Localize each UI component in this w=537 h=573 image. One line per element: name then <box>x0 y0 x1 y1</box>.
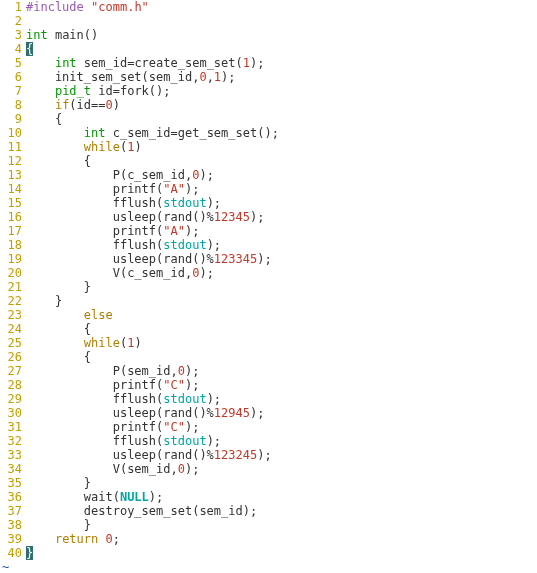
line-number: 3 <box>0 28 26 42</box>
code-editor[interactable]: 1#include "comm.h"23int main()4{5 int se… <box>0 0 537 560</box>
token: ); <box>207 238 221 252</box>
code-line[interactable]: 2 <box>0 14 537 28</box>
code-line[interactable]: 6 init_sem_set(sem_id,0,1); <box>0 70 537 84</box>
line-content[interactable]: { <box>26 350 537 364</box>
code-line[interactable]: 31 printf("C"); <box>0 420 537 434</box>
line-content[interactable]: } <box>26 546 537 560</box>
code-line[interactable]: 5 int sem_id=create_sem_set(1); <box>0 56 537 70</box>
line-content[interactable]: printf("A"); <box>26 182 537 196</box>
code-line[interactable]: 7 pid_t id=fork(); <box>0 84 537 98</box>
code-line[interactable]: 13 P(c_sem_id,0); <box>0 168 537 182</box>
line-content[interactable]: fflush(stdout); <box>26 238 537 252</box>
token: , <box>207 70 214 84</box>
line-number: 1 <box>0 0 26 14</box>
code-line[interactable]: 16 usleep(rand()%12345); <box>0 210 537 224</box>
line-content[interactable]: pid_t id=fork(); <box>26 84 537 98</box>
line-content[interactable]: while(1) <box>26 140 537 154</box>
code-line[interactable]: 23 else <box>0 308 537 322</box>
line-content[interactable]: #include "comm.h" <box>26 0 537 14</box>
code-line[interactable]: 14 printf("A"); <box>0 182 537 196</box>
token: V(sem_id, <box>26 462 178 476</box>
code-line[interactable]: 37 destroy_sem_set(sem_id); <box>0 504 537 518</box>
line-content[interactable]: int c_sem_id=get_sem_set(); <box>26 126 537 140</box>
code-line[interactable]: 15 fflush(stdout); <box>0 196 537 210</box>
token: "comm.h" <box>91 0 149 14</box>
line-content[interactable]: return 0; <box>26 532 537 546</box>
line-content[interactable]: printf("C"); <box>26 420 537 434</box>
line-content[interactable]: V(sem_id,0); <box>26 462 537 476</box>
line-content[interactable]: init_sem_set(sem_id,0,1); <box>26 70 537 84</box>
line-content[interactable]: printf("C"); <box>26 378 537 392</box>
line-content[interactable]: P(c_sem_id,0); <box>26 168 537 182</box>
code-line[interactable]: 8 if(id==0) <box>0 98 537 112</box>
code-line[interactable]: 24 { <box>0 322 537 336</box>
line-content[interactable]: { <box>26 154 537 168</box>
line-content[interactable]: if(id==0) <box>26 98 537 112</box>
token: ); <box>149 490 163 504</box>
code-line[interactable]: 1#include "comm.h" <box>0 0 537 14</box>
code-line[interactable]: 30 usleep(rand()%12945); <box>0 406 537 420</box>
token: ); <box>221 70 235 84</box>
code-line[interactable]: 22 } <box>0 294 537 308</box>
token: ); <box>207 434 221 448</box>
token: printf( <box>26 182 163 196</box>
code-line[interactable]: 39 return 0; <box>0 532 537 546</box>
code-line[interactable]: 33 usleep(rand()%123245); <box>0 448 537 462</box>
code-line[interactable]: 10 int c_sem_id=get_sem_set(); <box>0 126 537 140</box>
code-line[interactable]: 26 { <box>0 350 537 364</box>
line-content[interactable]: while(1) <box>26 336 537 350</box>
line-content[interactable]: { <box>26 42 537 56</box>
code-line[interactable]: 19 usleep(rand()%123345); <box>0 252 537 266</box>
token <box>98 532 105 546</box>
code-line[interactable]: 4{ <box>0 42 537 56</box>
code-line[interactable]: 27 P(sem_id,0); <box>0 364 537 378</box>
line-content[interactable]: int sem_id=create_sem_set(1); <box>26 56 537 70</box>
line-content[interactable]: int main() <box>26 28 537 42</box>
line-content[interactable]: usleep(rand()%12945); <box>26 406 537 420</box>
line-number: 13 <box>0 168 26 182</box>
line-content[interactable]: P(sem_id,0); <box>26 364 537 378</box>
token: stdout <box>163 196 206 210</box>
code-line[interactable]: 38 } <box>0 518 537 532</box>
code-line[interactable]: 40} <box>0 546 537 560</box>
token: int <box>26 28 48 42</box>
code-line[interactable]: 29 fflush(stdout); <box>0 392 537 406</box>
code-line[interactable]: 12 { <box>0 154 537 168</box>
line-content[interactable]: } <box>26 518 537 532</box>
token: stdout <box>163 434 206 448</box>
line-content[interactable]: } <box>26 294 537 308</box>
line-content[interactable]: usleep(rand()%123345); <box>26 252 537 266</box>
line-content[interactable]: fflush(stdout); <box>26 196 537 210</box>
line-content[interactable]: destroy_sem_set(sem_id); <box>26 504 537 518</box>
line-number: 26 <box>0 350 26 364</box>
line-content[interactable]: } <box>26 280 537 294</box>
line-content[interactable]: V(c_sem_id,0); <box>26 266 537 280</box>
line-content[interactable] <box>26 14 537 28</box>
code-line[interactable]: 28 printf("C"); <box>0 378 537 392</box>
line-content[interactable]: fflush(stdout); <box>26 434 537 448</box>
code-line[interactable]: 18 fflush(stdout); <box>0 238 537 252</box>
line-content[interactable]: else <box>26 308 537 322</box>
code-line[interactable]: 9 { <box>0 112 537 126</box>
code-line[interactable]: 21 } <box>0 280 537 294</box>
token: { <box>26 350 91 364</box>
code-line[interactable]: 32 fflush(stdout); <box>0 434 537 448</box>
code-line[interactable]: 25 while(1) <box>0 336 537 350</box>
code-line[interactable]: 17 printf("A"); <box>0 224 537 238</box>
line-content[interactable]: usleep(rand()%123245); <box>26 448 537 462</box>
token: ) <box>134 140 141 154</box>
line-content[interactable]: { <box>26 112 537 126</box>
code-line[interactable]: 3int main() <box>0 28 537 42</box>
line-content[interactable]: } <box>26 476 537 490</box>
line-content[interactable]: fflush(stdout); <box>26 392 537 406</box>
line-content[interactable]: { <box>26 322 537 336</box>
code-line[interactable]: 20 V(c_sem_id,0); <box>0 266 537 280</box>
line-content[interactable]: printf("A"); <box>26 224 537 238</box>
code-line[interactable]: 34 V(sem_id,0); <box>0 462 537 476</box>
code-line[interactable]: 36 wait(NULL); <box>0 490 537 504</box>
line-content[interactable]: wait(NULL); <box>26 490 537 504</box>
line-content[interactable]: usleep(rand()%12345); <box>26 210 537 224</box>
code-line[interactable]: 11 while(1) <box>0 140 537 154</box>
code-line[interactable]: 35 } <box>0 476 537 490</box>
line-number: 35 <box>0 476 26 490</box>
